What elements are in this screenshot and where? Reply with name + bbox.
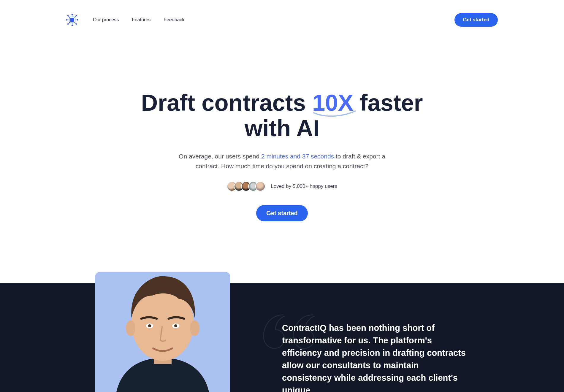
svg-point-12 bbox=[66, 19, 67, 20]
hero-title: Draft contracts 10X faster with AI bbox=[119, 90, 445, 141]
hero-subtitle: On average, our users spend 2 minutes an… bbox=[169, 151, 395, 171]
underline-swoosh-icon bbox=[312, 109, 357, 121]
svg-point-14 bbox=[67, 15, 68, 16]
svg-rect-0 bbox=[70, 18, 74, 22]
hero-title-highlight: 10X bbox=[312, 90, 354, 116]
hero-title-pre: Draft contracts bbox=[141, 90, 312, 116]
navbar: Our process Features Feedback Get starte… bbox=[0, 0, 564, 40]
hero-section: Draft contracts 10X faster with AI On av… bbox=[0, 40, 564, 272]
hero-sub-pre: On average, our users spend bbox=[179, 153, 261, 160]
logo[interactable] bbox=[66, 14, 78, 26]
nav-link-feedback[interactable]: Feedback bbox=[164, 17, 184, 23]
social-proof: Loved by 5,000+ happy users bbox=[0, 181, 564, 191]
nav-links: Our process Features Feedback bbox=[93, 17, 185, 23]
svg-point-15 bbox=[76, 15, 77, 16]
svg-point-16 bbox=[67, 23, 68, 24]
social-proof-text: Loved by 5,000+ happy users bbox=[271, 183, 337, 189]
svg-point-13 bbox=[77, 19, 78, 20]
nav-link-process[interactable]: Our process bbox=[93, 17, 119, 23]
hero-sub-highlight: 2 minutes and 37 seconds bbox=[261, 153, 334, 160]
chip-icon bbox=[66, 14, 78, 26]
svg-point-10 bbox=[72, 14, 72, 15]
nav-cta-button[interactable]: Get started bbox=[454, 13, 498, 27]
testimonial-quote: ContractIQ has been nothing short of tra… bbox=[282, 322, 469, 392]
hero-cta-button[interactable]: Get started bbox=[256, 205, 308, 221]
avatar bbox=[255, 181, 265, 191]
nav-link-features[interactable]: Features bbox=[132, 17, 150, 23]
svg-point-11 bbox=[72, 25, 72, 26]
testimonial-content: ContractIQ has been nothing short of tra… bbox=[95, 283, 469, 392]
svg-point-17 bbox=[76, 23, 77, 24]
avatar-stack bbox=[227, 181, 265, 191]
testimonial-section: ContractIQ has been nothing short of tra… bbox=[0, 283, 564, 392]
